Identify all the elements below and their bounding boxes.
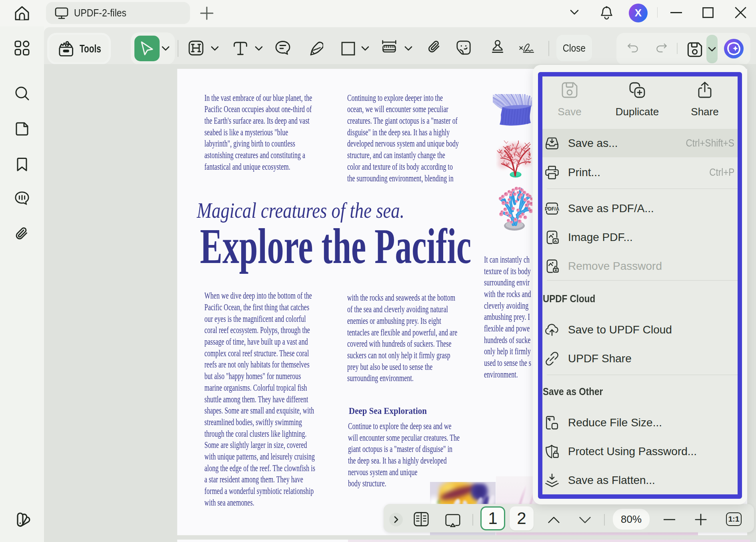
svg-text:PDF/A: PDF/A (545, 206, 560, 211)
